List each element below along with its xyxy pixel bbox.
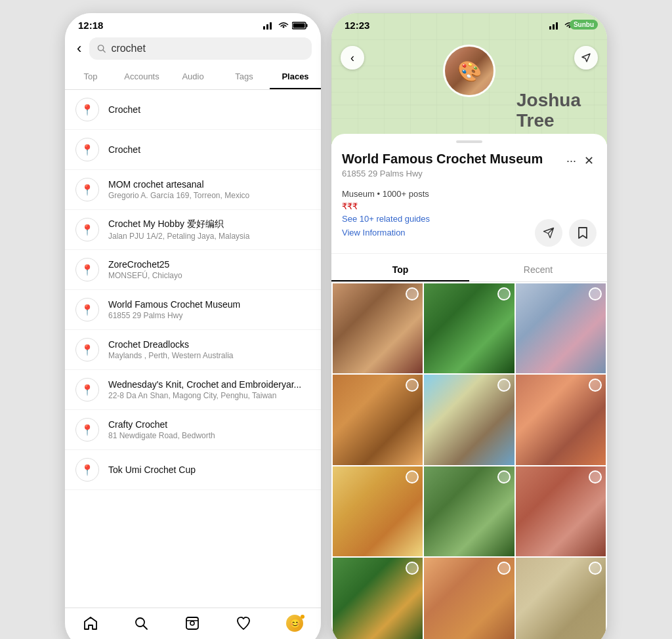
nav-home[interactable] xyxy=(83,615,98,631)
place-icon: 📍 xyxy=(75,218,99,241)
wifi-icon xyxy=(278,22,289,30)
home-icon xyxy=(83,615,98,631)
photo-cell[interactable] xyxy=(516,466,606,556)
map-nav-button[interactable] xyxy=(574,46,598,70)
sunburst-badge: Sunbu xyxy=(570,20,598,30)
select-circle xyxy=(589,379,602,392)
place-icon: 📍 xyxy=(75,258,99,281)
see-guides-link[interactable]: See 10+ related guides xyxy=(342,214,430,224)
photo-cell[interactable] xyxy=(333,558,423,639)
place-item[interactable]: 📍 Crochet Dreadlocks Maylands , Perth, W… xyxy=(65,330,321,370)
place-name: Crafty Crochet xyxy=(108,419,310,430)
place-info: ZoreCrochet25 MONSEFÚ, Chiclayo xyxy=(108,259,310,280)
nav-search[interactable] xyxy=(133,615,149,631)
place-item[interactable]: 📍 Tok Umi Crochet Cup xyxy=(65,450,321,490)
nav-heart[interactable] xyxy=(236,615,251,631)
photo-cell[interactable] xyxy=(333,283,423,373)
place-address: Gregorio A. García 169, Torreon, Mexico xyxy=(108,191,310,200)
reels-icon xyxy=(184,615,200,631)
place-posts: • xyxy=(377,189,382,199)
place-address: 22-8 Da An Shan, Magong City, Penghu, Ta… xyxy=(108,391,310,400)
tab-top[interactable]: Top xyxy=(65,65,116,89)
search-bar[interactable] xyxy=(89,37,312,60)
place-item[interactable]: 📍 MOM crochet artesanal Gregorio A. Garc… xyxy=(65,170,321,210)
select-circle xyxy=(497,379,511,392)
place-info: Crafty Crochet 81 Newdigate Road, Bedwor… xyxy=(108,419,310,440)
photo-cell[interactable] xyxy=(333,466,423,556)
place-name: Crochet My Hobby 爱好编织 xyxy=(108,218,310,230)
photo-cell[interactable] xyxy=(516,375,606,464)
place-category-row: Museum • 1000+ posts xyxy=(342,189,597,199)
place-item[interactable]: 📍 Crochet My Hobby 爱好编织 Jalan PJU 1A/2, … xyxy=(65,210,321,250)
place-item[interactable]: 📍 World Famous Crochet Museum 61855 29 P… xyxy=(65,290,321,330)
place-name: MOM crochet artesanal xyxy=(108,179,310,190)
select-circle xyxy=(589,470,602,484)
sheet-title-area: World Famous Crochet Museum 61855 29 Pal… xyxy=(342,151,564,178)
place-item[interactable]: 📍 Crochet xyxy=(65,130,321,170)
close-sheet-button[interactable]: ✕ xyxy=(581,151,597,171)
photo-cell[interactable] xyxy=(333,375,423,464)
battery-icon xyxy=(292,22,308,30)
tab-detail-recent[interactable]: Recent xyxy=(469,259,607,281)
map-back-button[interactable]: ‹ xyxy=(341,46,364,70)
share-button[interactable] xyxy=(535,219,562,247)
search-icon-left xyxy=(97,44,106,53)
place-item[interactable]: 📍 Wednesday's Knit, Crochet and Embroide… xyxy=(65,370,321,410)
svg-rect-19 xyxy=(549,26,551,30)
svg-rect-20 xyxy=(553,24,555,30)
select-circle xyxy=(406,470,419,484)
place-icon: 📍 xyxy=(75,178,99,201)
place-item[interactable]: 📍 Crafty Crochet 81 Newdigate Road, Bedw… xyxy=(65,410,321,450)
send-icon xyxy=(543,227,555,239)
select-circle xyxy=(589,562,602,575)
time-left: 12:18 xyxy=(78,20,103,31)
search-input[interactable] xyxy=(111,43,304,54)
place-name: Crochet xyxy=(108,144,310,155)
photo-cell[interactable] xyxy=(424,558,514,639)
place-price-row: ₹₹₹ xyxy=(342,201,597,211)
tab-accounts[interactable]: Accounts xyxy=(116,65,167,89)
photo-cell[interactable] xyxy=(516,558,606,639)
map-container: 12:23 xyxy=(331,13,607,144)
place-info: MOM crochet artesanal Gregorio A. García… xyxy=(108,179,310,200)
status-icons-left xyxy=(263,22,308,30)
map-place-name: Joshua Tree xyxy=(516,91,581,131)
svg-rect-4 xyxy=(306,24,308,27)
sheet-address: 61855 29 Palms Hwy xyxy=(342,169,564,178)
place-info: Crochet My Hobby 爱好编织 Jalan PJU 1A/2, Pe… xyxy=(108,218,310,241)
photo-cell[interactable] xyxy=(424,375,514,464)
search-header: ‹ xyxy=(65,33,321,65)
nav-profile[interactable]: 😊 xyxy=(286,615,303,632)
view-info-button[interactable]: View Information xyxy=(342,228,406,237)
place-item[interactable]: 📍 ZoreCrochet25 MONSEFÚ, Chiclayo xyxy=(65,250,321,290)
svg-rect-0 xyxy=(263,26,265,30)
select-circle xyxy=(497,562,511,575)
place-info: Crochet xyxy=(108,144,310,155)
svg-rect-1 xyxy=(266,24,268,30)
tab-audio[interactable]: Audio xyxy=(167,65,219,89)
photo-cell[interactable] xyxy=(424,466,514,556)
more-options-button[interactable]: ··· xyxy=(564,152,579,171)
place-item[interactable]: 📍 Crochet xyxy=(65,90,321,130)
select-circle xyxy=(589,287,602,300)
heart-icon xyxy=(236,615,251,631)
place-detail-sheet: World Famous Crochet Museum 61855 29 Pal… xyxy=(331,134,607,639)
place-category: Museum xyxy=(342,189,375,199)
tab-tags[interactable]: Tags xyxy=(219,65,270,89)
svg-line-7 xyxy=(103,50,105,52)
photo-cell[interactable] xyxy=(516,283,606,373)
place-icon: 📍 xyxy=(75,298,99,321)
back-button[interactable]: ‹ xyxy=(74,40,84,57)
places-list: 📍 Crochet 📍 Crochet 📍 MOM crochet artesa… xyxy=(65,90,321,608)
signal-icon xyxy=(263,22,275,30)
left-phone: 12:18 ‹ xyxy=(65,13,321,639)
nav-reels[interactable] xyxy=(184,615,200,631)
sheet-actions: ··· ✕ xyxy=(564,151,597,171)
photo-cell[interactable] xyxy=(424,283,514,373)
tab-places[interactable]: Places xyxy=(270,65,321,89)
place-posts-count: 1000+ posts xyxy=(383,189,429,199)
tab-detail-top[interactable]: Top xyxy=(331,259,469,281)
place-name: Crochet xyxy=(108,104,310,115)
save-button[interactable] xyxy=(569,219,597,247)
place-detail-tabs: Top Recent xyxy=(331,254,607,282)
